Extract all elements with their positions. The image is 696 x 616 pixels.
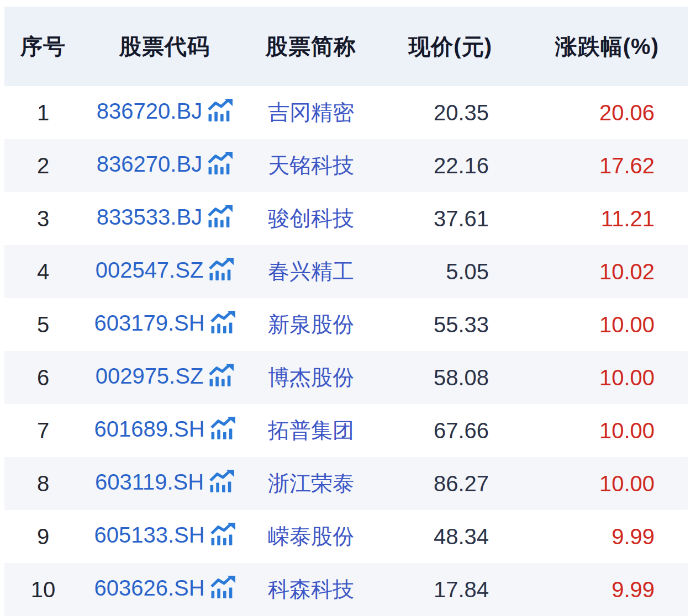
row-index: 3 <box>4 192 82 245</box>
stock-price: 17.84 <box>375 563 493 616</box>
stock-name[interactable]: 吉冈精密 <box>247 86 375 139</box>
stock-name[interactable]: 骏创科技 <box>247 192 375 245</box>
stock-name[interactable]: 春兴精工 <box>247 245 375 298</box>
stock-table: 序号 股票代码 股票简称 现价(元) 涨跌幅(%) 1 836720.BJ 吉冈… <box>4 7 688 616</box>
row-index: 7 <box>4 404 82 457</box>
stock-change-pct: 10.00 <box>493 351 688 404</box>
stock-price: 37.61 <box>375 192 493 245</box>
trend-up-chart-icon[interactable] <box>209 258 234 285</box>
table-row: 8 603119.SH 浙江荣泰 86.27 10.00 <box>4 457 688 510</box>
trend-up-chart-icon[interactable] <box>209 470 234 497</box>
stock-code-link[interactable]: 002975.SZ <box>96 364 204 388</box>
stock-price: 20.35 <box>375 86 493 139</box>
trend-up-chart-icon[interactable] <box>208 205 233 232</box>
trend-up-chart-icon[interactable] <box>209 364 234 391</box>
stock-code-cell[interactable]: 836270.BJ <box>82 139 247 192</box>
stock-code-link[interactable]: 603119.SH <box>95 470 204 494</box>
stock-change-pct: 10.00 <box>493 404 688 457</box>
trend-up-chart-icon[interactable] <box>210 576 235 603</box>
stock-name[interactable]: 天铭科技 <box>247 139 375 192</box>
table-header-row: 序号 股票代码 股票简称 现价(元) 涨跌幅(%) <box>4 7 688 86</box>
stock-change-pct: 10.00 <box>493 298 688 351</box>
table-row: 7 601689.SH 拓普集团 67.66 10.00 <box>4 404 688 457</box>
stock-name[interactable]: 浙江荣泰 <box>247 457 375 510</box>
stock-price: 5.05 <box>375 245 493 298</box>
row-index: 2 <box>4 139 82 192</box>
trend-up-chart-icon[interactable] <box>208 152 233 179</box>
stock-code-cell[interactable]: 002975.SZ <box>82 351 247 404</box>
stock-code-link[interactable]: 836720.BJ <box>97 99 202 123</box>
stock-change-pct: 17.62 <box>493 139 688 192</box>
stock-change-pct: 11.21 <box>493 192 688 245</box>
row-index: 1 <box>4 86 82 139</box>
stock-code-cell[interactable]: 603179.SH <box>82 298 247 351</box>
table-row: 3 833533.BJ 骏创科技 37.61 11.21 <box>4 192 688 245</box>
header-code: 股票代码 <box>82 7 247 86</box>
table-row: 5 603179.SH 新泉股份 55.33 10.00 <box>4 298 688 351</box>
row-index: 9 <box>4 510 82 563</box>
stock-code-cell[interactable]: 836720.BJ <box>82 86 247 139</box>
stock-code-link[interactable]: 601689.SH <box>94 417 204 441</box>
stock-code-link[interactable]: 002547.SZ <box>96 258 204 282</box>
stock-code-cell[interactable]: 833533.BJ <box>82 192 247 245</box>
header-name: 股票简称 <box>247 7 375 86</box>
stock-change-pct: 9.99 <box>493 510 688 563</box>
table-row: 6 002975.SZ 博杰股份 58.08 10.00 <box>4 351 688 404</box>
trend-up-chart-icon[interactable] <box>208 99 233 126</box>
header-change: 涨跌幅(%) <box>493 7 688 86</box>
header-price: 现价(元) <box>375 7 493 86</box>
row-index: 10 <box>4 563 82 616</box>
stock-code-link[interactable]: 603179.SH <box>94 311 204 335</box>
table-row: 9 605133.SH 嵘泰股份 48.34 9.99 <box>4 510 688 563</box>
row-index: 8 <box>4 457 82 510</box>
stock-name[interactable]: 新泉股份 <box>247 298 375 351</box>
stock-code-link[interactable]: 833533.BJ <box>97 205 202 229</box>
stock-price: 67.66 <box>375 404 493 457</box>
table-row: 4 002547.SZ 春兴精工 5.05 10.02 <box>4 245 688 298</box>
stock-name[interactable]: 嵘泰股份 <box>247 510 375 563</box>
stock-name[interactable]: 博杰股份 <box>247 351 375 404</box>
row-index: 5 <box>4 298 82 351</box>
stock-price: 55.33 <box>375 298 493 351</box>
stock-code-link[interactable]: 836270.BJ <box>97 152 202 176</box>
stock-change-pct: 20.06 <box>493 86 688 139</box>
stock-price: 48.34 <box>375 510 493 563</box>
stock-code-cell[interactable]: 601689.SH <box>82 404 247 457</box>
table-row: 10 603626.SH 科森科技 17.84 9.99 <box>4 563 688 616</box>
stock-code-link[interactable]: 603626.SH <box>94 576 204 600</box>
row-index: 4 <box>4 245 82 298</box>
trend-up-chart-icon[interactable] <box>210 417 235 444</box>
stock-name[interactable]: 拓普集团 <box>247 404 375 457</box>
trend-up-chart-icon[interactable] <box>210 523 235 550</box>
table-row: 2 836270.BJ 天铭科技 22.16 17.62 <box>4 139 688 192</box>
stock-change-pct: 10.02 <box>493 245 688 298</box>
stock-code-link[interactable]: 605133.SH <box>94 523 204 547</box>
table-row: 1 836720.BJ 吉冈精密 20.35 20.06 <box>4 86 688 139</box>
trend-up-chart-icon[interactable] <box>210 311 235 338</box>
stock-price: 86.27 <box>375 457 493 510</box>
stock-price: 22.16 <box>375 139 493 192</box>
stock-name[interactable]: 科森科技 <box>247 563 375 616</box>
row-index: 6 <box>4 351 82 404</box>
stock-code-cell[interactable]: 603626.SH <box>82 563 247 616</box>
header-index: 序号 <box>4 7 82 86</box>
stock-code-cell[interactable]: 605133.SH <box>82 510 247 563</box>
stock-change-pct: 10.00 <box>493 457 688 510</box>
stock-code-cell[interactable]: 002547.SZ <box>82 245 247 298</box>
stock-price: 58.08 <box>375 351 493 404</box>
stock-code-cell[interactable]: 603119.SH <box>82 457 247 510</box>
stock-change-pct: 9.99 <box>493 563 688 616</box>
